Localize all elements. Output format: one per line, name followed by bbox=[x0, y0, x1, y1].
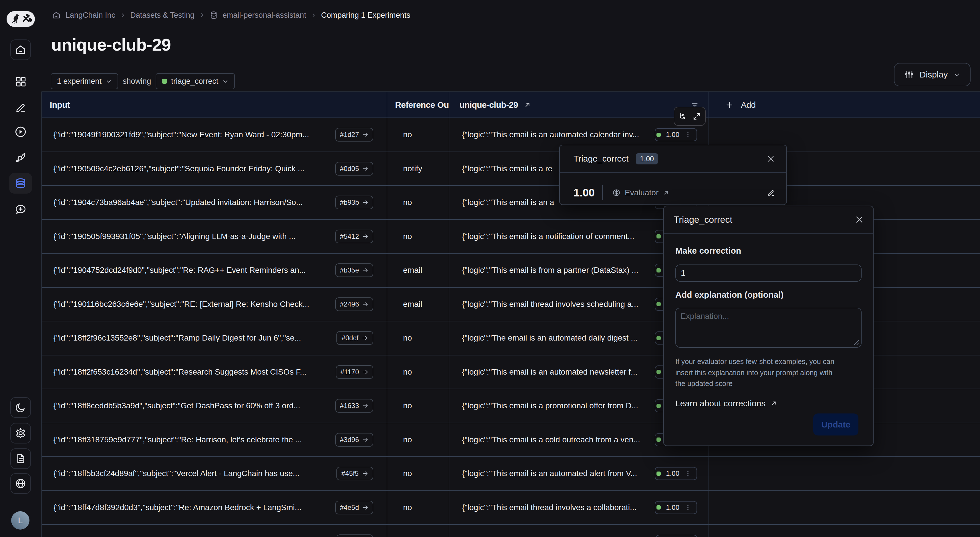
input-cell[interactable]: {"id":"1904c73ba96ab4ae","subject":"Upda… bbox=[42, 186, 387, 219]
input-cell[interactable]: {"id":"190116bc263c6e6e","subject":"RE: … bbox=[42, 288, 387, 321]
table-row[interactable]: {"id":"18ff5b3cf24d89af","subject":"Verc… bbox=[42, 457, 980, 491]
input-cell[interactable]: {"id":"18ff318759e9d777","subject":"Re: … bbox=[42, 423, 387, 457]
column-header-add[interactable]: Add bbox=[709, 92, 980, 118]
tree-view-icon[interactable] bbox=[678, 112, 687, 121]
example-id-chip[interactable] bbox=[336, 534, 373, 537]
learn-about-corrections-link[interactable]: Learn about corrections bbox=[675, 399, 862, 408]
reference-cell[interactable]: email bbox=[387, 288, 449, 321]
breadcrumb-home-icon[interactable] bbox=[52, 11, 61, 20]
sidebar-item-home[interactable] bbox=[10, 40, 31, 60]
chevron-right-icon bbox=[199, 12, 205, 18]
correction-input[interactable]: 1 bbox=[675, 264, 862, 282]
example-id-label: #1633 bbox=[340, 402, 359, 410]
output-cell[interactable]: {"logic":"This email thread involves a c… bbox=[449, 491, 709, 524]
reference-cell[interactable]: notify bbox=[387, 152, 449, 186]
example-id-chip[interactable]: #1633 bbox=[335, 399, 373, 413]
reference-cell[interactable]: no bbox=[387, 389, 449, 423]
sidebar-item-deployments[interactable] bbox=[14, 151, 27, 164]
update-button[interactable]: Update bbox=[813, 413, 858, 435]
display-button[interactable]: Display bbox=[894, 63, 970, 86]
reference-cell[interactable]: no bbox=[387, 356, 449, 389]
sidebar-item-web[interactable] bbox=[10, 473, 31, 494]
sidebar-item-theme-toggle[interactable] bbox=[10, 397, 31, 418]
feedback-score-chip[interactable] bbox=[656, 535, 697, 537]
sidebar-item-docs[interactable] bbox=[10, 448, 31, 469]
input-cell[interactable]: {"id":"18ff2f96c13552e8","subject":"Ramp… bbox=[42, 321, 387, 355]
chevron-down-icon bbox=[105, 78, 112, 84]
input-cell[interactable] bbox=[42, 525, 387, 537]
external-link-icon[interactable] bbox=[524, 101, 531, 109]
sidebar-item-dashboards[interactable] bbox=[14, 75, 27, 88]
output-cell[interactable]: {"logic":"This email is an automated ale… bbox=[449, 457, 709, 490]
example-id-chip[interactable]: #0dcf bbox=[336, 331, 373, 345]
output-json-text: {"logic":"This email is a notification o… bbox=[449, 232, 650, 241]
sidebar-item-annotate[interactable] bbox=[14, 101, 27, 114]
example-id-chip[interactable]: #2496 bbox=[335, 297, 373, 311]
sidebar-item-datasets[interactable] bbox=[9, 173, 32, 194]
input-cell[interactable]: {"id":"190509c4c2eb6126","subject":"Sequ… bbox=[42, 152, 387, 186]
expand-icon[interactable] bbox=[692, 112, 701, 121]
table-row[interactable]: {"id":"190509c4c2eb6126","subject":"Sequ… bbox=[42, 152, 980, 186]
edit-pencil-icon[interactable] bbox=[767, 188, 775, 197]
example-id-chip[interactable]: #1170 bbox=[336, 365, 373, 379]
reference-cell[interactable]: email bbox=[387, 254, 449, 287]
example-id-chip[interactable]: #b35e bbox=[335, 263, 373, 277]
feedback-filter[interactable]: triage_correct bbox=[156, 73, 235, 89]
table-row[interactable]: {"id":"18ff47d8f392d0d3","subject":"Re: … bbox=[42, 491, 980, 525]
kebab-menu-icon[interactable] bbox=[684, 470, 691, 477]
output-cell[interactable] bbox=[449, 525, 709, 537]
reference-cell[interactable]: no bbox=[387, 457, 449, 490]
table-row[interactable] bbox=[42, 525, 980, 537]
feedback-score-chip[interactable]: 1.00 bbox=[655, 467, 697, 480]
example-id-chip[interactable]: #5412 bbox=[335, 230, 373, 243]
input-cell[interactable]: {"id":"190505f993931f05","subject":"Alig… bbox=[42, 220, 387, 253]
column-header-experiment[interactable]: unique-club-29 bbox=[449, 92, 709, 118]
input-cell[interactable]: {"id":"18ff8ceddb5b3a9d","subject":"Get … bbox=[42, 389, 387, 423]
breadcrumb-dataset[interactable]: email-personal-assistant bbox=[223, 11, 306, 20]
example-id-chip[interactable]: #1d27 bbox=[335, 128, 373, 141]
kebab-menu-icon[interactable] bbox=[684, 131, 691, 138]
input-cell[interactable]: {"id":"19049f1900321fd9","subject":"New … bbox=[42, 118, 387, 151]
sidebar-item-feedback[interactable] bbox=[14, 203, 27, 216]
reference-cell[interactable]: no bbox=[387, 186, 449, 219]
close-icon[interactable] bbox=[767, 154, 775, 163]
sidebar-item-playground[interactable] bbox=[14, 125, 27, 139]
breadcrumb-org[interactable]: LangChain Inc bbox=[65, 11, 115, 20]
reference-cell[interactable]: no bbox=[387, 321, 449, 355]
input-cell[interactable]: {"id":"18ff5b3cf24d89af","subject":"Verc… bbox=[42, 457, 387, 490]
output-json-text: {"logic":"This email is from a partner (… bbox=[449, 265, 650, 275]
kebab-menu-icon[interactable] bbox=[684, 504, 691, 511]
reference-cell[interactable]: no bbox=[387, 491, 449, 524]
feedback-score-chip[interactable]: 1.00 bbox=[655, 128, 697, 141]
explanation-textarea[interactable]: Explanation... bbox=[675, 308, 862, 348]
example-id-label: #1170 bbox=[340, 368, 359, 376]
langsmith-logo[interactable] bbox=[6, 11, 35, 27]
score-popover-source[interactable]: Evaluator bbox=[612, 188, 669, 197]
breadcrumb-section[interactable]: Datasets & Testing bbox=[130, 11, 194, 20]
example-id-chip[interactable]: #0d05 bbox=[335, 162, 373, 176]
reference-output-text: no bbox=[387, 334, 449, 343]
reference-cell[interactable] bbox=[387, 525, 449, 537]
feedback-score-chip[interactable]: 1.00 bbox=[655, 501, 697, 514]
column-header-reference[interactable]: Reference Output bbox=[387, 92, 449, 118]
column-header-input[interactable]: Input bbox=[42, 92, 387, 118]
input-cell[interactable]: {"id":"18ff2f653c16234d","subject":"Rese… bbox=[42, 356, 387, 389]
example-id-chip[interactable]: #4e5d bbox=[335, 501, 373, 515]
input-json-text: {"id":"1904c73ba96ab4ae","subject":"Upda… bbox=[42, 198, 331, 207]
input-cell[interactable]: {"id":"1904752dcd24f9d0","subject":"Re: … bbox=[42, 254, 387, 287]
example-id-chip[interactable]: #b93b bbox=[335, 195, 373, 209]
user-avatar[interactable]: L bbox=[11, 511, 29, 529]
close-icon[interactable] bbox=[855, 215, 864, 224]
example-id-chip[interactable]: #3d96 bbox=[335, 433, 373, 446]
sidebar-item-settings[interactable] bbox=[10, 423, 31, 443]
reference-cell[interactable]: no bbox=[387, 118, 449, 151]
experiment-selector[interactable]: 1 experiment bbox=[51, 73, 118, 89]
reference-cell[interactable]: no bbox=[387, 220, 449, 253]
column-header-input-label: Input bbox=[42, 100, 387, 110]
reference-cell[interactable]: no bbox=[387, 423, 449, 457]
input-cell[interactable]: {"id":"18ff47d8f392d0d3","subject":"Re: … bbox=[42, 491, 387, 524]
resize-handle-icon[interactable] bbox=[854, 340, 859, 345]
table-row[interactable]: {"id":"19049f1900321fd9","subject":"New … bbox=[42, 118, 980, 152]
rocket-icon bbox=[14, 151, 27, 164]
example-id-chip[interactable]: #45f5 bbox=[336, 467, 373, 480]
